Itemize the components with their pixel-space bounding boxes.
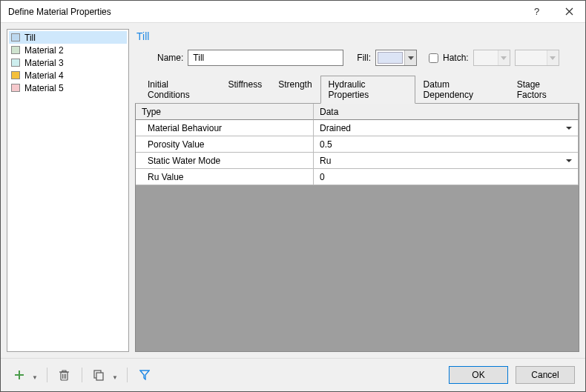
grid-row[interactable]: Static Water ModeRu (136, 153, 579, 169)
dropdown-arrow-icon[interactable]: ▼ (112, 374, 118, 381)
svg-marker-5 (550, 56, 556, 60)
ok-button[interactable]: OK (449, 366, 508, 384)
svg-marker-16 (140, 371, 149, 379)
grid-row[interactable]: Porosity Value0.5 (136, 136, 579, 153)
material-list-item[interactable]: Material 2 (9, 44, 127, 56)
grid-cell-type: Material Behaviour (136, 120, 314, 136)
hatch-color-combo (515, 50, 559, 66)
grid-cell-data[interactable]: Drained (314, 120, 579, 136)
filter-button[interactable] (136, 367, 153, 383)
material-swatch (11, 71, 20, 79)
tab-stage-factors[interactable]: Stage Factors (509, 76, 579, 103)
grid-cell-type: Ru Value (136, 169, 314, 185)
material-list-item[interactable]: Material 3 (9, 56, 127, 69)
grid-empty-area (136, 185, 579, 351)
hatch-label: Hatch: (443, 53, 469, 63)
copy-material-button[interactable] (91, 367, 108, 383)
titlebar: Define Material Properties ? (1, 1, 585, 23)
material-swatch (11, 46, 20, 54)
material-list-item[interactable]: Till (9, 31, 127, 44)
properties-grid: Type Data Material BehaviourDrainedPoros… (135, 103, 579, 352)
material-item-label: Material 2 (24, 45, 64, 56)
material-list-item[interactable]: Material 4 (9, 69, 127, 82)
grid-cell-data[interactable]: 0.5 (314, 136, 579, 153)
grid-cell-data[interactable]: Ru (314, 153, 579, 169)
tab-datum-dependency[interactable]: Datum Dependency (415, 76, 509, 103)
material-list-item[interactable]: Material 5 (9, 82, 127, 94)
delete-material-button[interactable] (56, 367, 73, 383)
hatch-pattern-combo (473, 50, 510, 66)
svg-marker-3 (408, 56, 414, 60)
help-button[interactable]: ? (520, 1, 553, 23)
tab-hydraulic-properties[interactable]: Hydraulic Properties (320, 76, 415, 104)
grid-header-data: Data (314, 104, 579, 120)
hatch-checkbox-input[interactable] (429, 53, 438, 63)
current-material-title: Till (135, 29, 579, 50)
grid-row[interactable]: Ru Value0 (136, 169, 579, 185)
tab-initial-conditions[interactable]: Initial Conditions (139, 76, 220, 103)
chevron-down-icon (547, 50, 559, 65)
svg-marker-4 (501, 56, 507, 60)
property-tabs: Initial ConditionsStiffnessStrengthHydra… (135, 76, 579, 104)
material-swatch (11, 84, 20, 92)
fill-color-combo[interactable] (375, 50, 417, 66)
material-list[interactable]: TillMaterial 2Material 3Material 4Materi… (7, 29, 129, 352)
material-item-label: Till (24, 33, 36, 43)
cancel-button[interactable]: Cancel (516, 366, 575, 384)
main-area: TillMaterial 2Material 3Material 4Materi… (1, 23, 585, 358)
dialog-footer: ▼ ▼ OK Cancel (1, 358, 585, 391)
fill-swatch (378, 52, 403, 64)
grid-row[interactable]: Material BehaviourDrained (136, 120, 579, 136)
tab-stiffness[interactable]: Stiffness (220, 76, 270, 103)
close-button[interactable] (553, 1, 585, 23)
material-swatch (11, 59, 20, 67)
fill-label: Fill: (357, 53, 371, 63)
chevron-down-icon (404, 50, 416, 65)
hatch-checkbox[interactable]: Hatch: (426, 51, 469, 65)
dropdown-arrow-icon[interactable]: ▼ (32, 374, 38, 381)
window-title: Define Material Properties (8, 7, 520, 17)
tab-strength[interactable]: Strength (270, 76, 320, 103)
material-item-label: Material 5 (24, 83, 64, 93)
name-label: Name: (157, 53, 183, 63)
svg-rect-13 (62, 371, 66, 372)
material-swatch (11, 33, 20, 41)
grid-header: Type Data (136, 104, 579, 120)
grid-cell-data[interactable]: 0 (314, 169, 579, 185)
grid-cell-type: Porosity Value (136, 136, 314, 153)
add-material-button[interactable] (11, 367, 27, 383)
material-name-row: Name: Fill: Hatch: (135, 50, 579, 75)
svg-rect-15 (96, 373, 103, 380)
grid-header-type: Type (136, 104, 314, 120)
name-input[interactable] (188, 50, 343, 66)
grid-cell-type: Static Water Mode (136, 153, 314, 169)
material-item-label: Material 4 (24, 70, 64, 81)
svg-text:?: ? (534, 7, 539, 17)
chevron-down-icon (498, 50, 510, 65)
material-item-label: Material 3 (24, 58, 64, 68)
svg-rect-7 (15, 374, 24, 376)
content-panel: Till Name: Fill: Hatch: (135, 29, 579, 352)
